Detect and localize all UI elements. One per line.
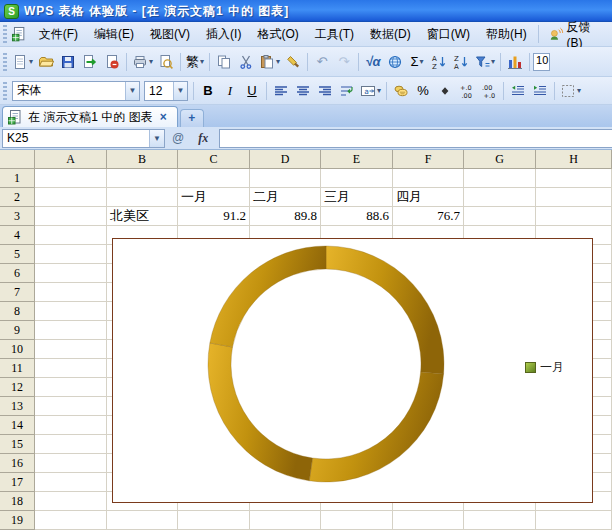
paste-button[interactable]: ▾	[257, 51, 282, 73]
cell-C1[interactable]	[178, 169, 250, 188]
toolbar-grip[interactable]	[3, 53, 7, 71]
italic-button[interactable]: I	[219, 80, 241, 102]
row-header-12[interactable]: 12	[0, 378, 35, 397]
cell-A19[interactable]	[35, 511, 107, 530]
donut-segment-二月[interactable]	[309, 372, 443, 482]
row-header-15[interactable]: 15	[0, 435, 35, 454]
cell-A7[interactable]	[35, 283, 107, 302]
cell-A6[interactable]	[35, 264, 107, 283]
print-preview-button[interactable]	[155, 51, 177, 73]
font-size-select[interactable]: 12 ▼	[144, 81, 188, 101]
column-header-C[interactable]: C	[178, 150, 250, 169]
zoom-input[interactable]: 10	[533, 53, 550, 71]
cell-H19[interactable]	[536, 511, 612, 530]
row-header-19[interactable]: 19	[0, 511, 35, 530]
wps-app-icon[interactable]: S	[4, 4, 19, 19]
row-header-5[interactable]: 5	[0, 245, 35, 264]
row-header-3[interactable]: 3	[0, 207, 35, 226]
menu-item-help[interactable]: 帮助(H)	[478, 23, 535, 46]
new-tab-button[interactable]: +	[180, 109, 204, 127]
cell-D19[interactable]	[250, 511, 321, 530]
undo-button[interactable]: ↶	[311, 51, 333, 73]
cell-E1[interactable]	[321, 169, 393, 188]
cell-G1[interactable]	[464, 169, 536, 188]
chevron-down-icon[interactable]: ▾	[29, 57, 33, 66]
save-button[interactable]	[57, 51, 79, 73]
insert-function-at-icon[interactable]: @	[165, 131, 191, 145]
donut-segment-四月[interactable]	[210, 246, 326, 347]
copy-button[interactable]	[213, 51, 235, 73]
column-header-E[interactable]: E	[321, 150, 393, 169]
cell-C2[interactable]: 一月	[178, 188, 250, 207]
formula-input[interactable]	[219, 129, 612, 148]
cell-D2[interactable]: 二月	[250, 188, 321, 207]
autofilter-button[interactable]: ▾	[472, 51, 497, 73]
cell-G2[interactable]	[464, 188, 536, 207]
align-right-button[interactable]	[314, 80, 336, 102]
bold-button[interactable]: B	[197, 80, 219, 102]
pdf-export-button[interactable]	[101, 51, 123, 73]
font-name-select[interactable]: 宋体 ▼	[12, 81, 140, 101]
row-header-7[interactable]: 7	[0, 283, 35, 302]
decrease-indent-button[interactable]	[507, 80, 529, 102]
cell-A14[interactable]	[35, 416, 107, 435]
cell-G3[interactable]	[464, 207, 536, 226]
wrap-text-button[interactable]	[336, 80, 358, 102]
cell-A17[interactable]	[35, 473, 107, 492]
menu-item-tools[interactable]: 工具(T)	[307, 23, 362, 46]
cell-D3[interactable]: 89.8	[250, 207, 321, 226]
borders-button[interactable]: ▾	[558, 80, 583, 102]
cell-B1[interactable]	[107, 169, 178, 188]
column-header-D[interactable]: D	[250, 150, 321, 169]
menu-item-data[interactable]: 数据(D)	[362, 23, 419, 46]
cell-A13[interactable]	[35, 397, 107, 416]
column-header-A[interactable]: A	[35, 150, 107, 169]
donut-segment-三月[interactable]	[208, 343, 313, 481]
chevron-down-icon[interactable]: ▾	[200, 57, 204, 66]
column-header-G[interactable]: G	[464, 150, 536, 169]
menu-item-window[interactable]: 窗口(W)	[419, 23, 478, 46]
menu-item-insert[interactable]: 插入(I)	[198, 23, 249, 46]
row-header-13[interactable]: 13	[0, 397, 35, 416]
chart-legend[interactable]: 一月	[525, 359, 564, 376]
sort-descending-button[interactable]: ZA	[450, 51, 472, 73]
row-header-6[interactable]: 6	[0, 264, 35, 283]
row-header-11[interactable]: 11	[0, 359, 35, 378]
tab-chart-document[interactable]: 在 演示文稿1 中的 图表 ×	[2, 106, 178, 127]
print-button[interactable]: ▾	[130, 51, 155, 73]
cell-B3[interactable]: 北美区	[107, 207, 178, 226]
fx-icon[interactable]: fx	[191, 131, 215, 146]
chevron-down-icon[interactable]: ▾	[420, 57, 424, 66]
menu-item-format[interactable]: 格式(O)	[249, 23, 306, 46]
column-header-H[interactable]: H	[536, 150, 612, 169]
simplified-traditional-button[interactable]: 繁▾	[184, 51, 206, 73]
cell-F19[interactable]	[393, 511, 464, 530]
currency-button[interactable]	[390, 80, 412, 102]
chevron-down-icon[interactable]: ▾	[377, 86, 381, 95]
row-header-4[interactable]: 4	[0, 226, 35, 245]
name-box[interactable]: K25 ▼	[2, 129, 165, 148]
cell-A4[interactable]	[35, 226, 107, 245]
cell-B19[interactable]	[107, 511, 178, 530]
row-header-18[interactable]: 18	[0, 492, 35, 511]
merge-center-button[interactable]: a▾	[358, 80, 383, 102]
chevron-down-icon[interactable]: ▾	[577, 86, 581, 95]
cell-A5[interactable]	[35, 245, 107, 264]
cell-F2[interactable]: 四月	[393, 188, 464, 207]
toolbar-grip[interactable]	[3, 25, 7, 43]
cell-H2[interactable]	[536, 188, 612, 207]
chevron-down-icon[interactable]: ▼	[173, 82, 187, 100]
chevron-down-icon[interactable]: ▼	[149, 130, 164, 147]
menu-item-view[interactable]: 视图(V)	[142, 23, 198, 46]
sort-ascending-button[interactable]: AZ	[428, 51, 450, 73]
cell-G19[interactable]	[464, 511, 536, 530]
cell-A2[interactable]	[35, 188, 107, 207]
menu-item-file[interactable]: 文件(F)	[31, 23, 86, 46]
cell-A18[interactable]	[35, 492, 107, 511]
autosum-button[interactable]: Σ▾	[406, 51, 428, 73]
new-document-button[interactable]: ▾	[10, 51, 35, 73]
row-header-14[interactable]: 14	[0, 416, 35, 435]
chevron-down-icon[interactable]: ▾	[276, 57, 280, 66]
hyperlink-globe-button[interactable]	[384, 51, 406, 73]
redo-button[interactable]: ↷	[333, 51, 355, 73]
